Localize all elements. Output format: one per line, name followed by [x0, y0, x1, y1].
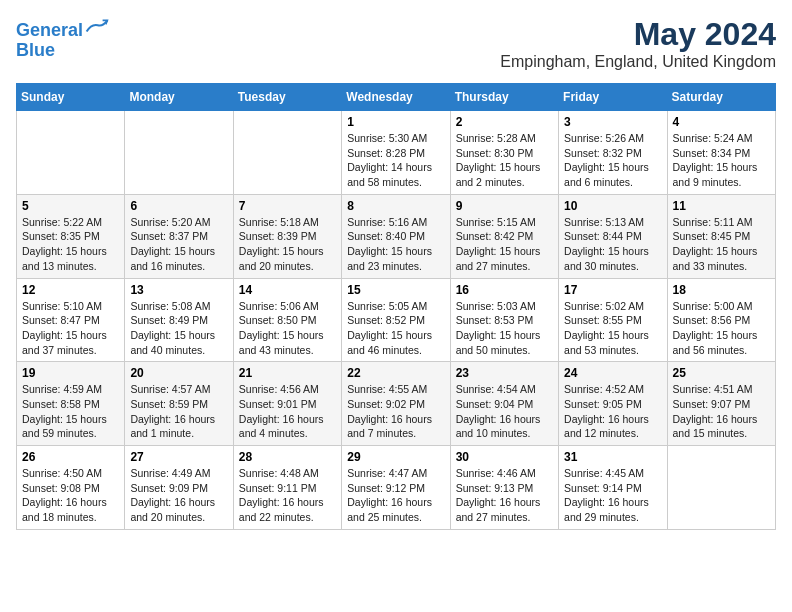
week-row-3: 12Sunrise: 5:10 AMSunset: 8:47 PMDayligh…	[17, 278, 776, 362]
day-info: Sunrise: 5:26 AMSunset: 8:32 PMDaylight:…	[564, 131, 661, 190]
calendar-cell: 31Sunrise: 4:45 AMSunset: 9:14 PMDayligh…	[559, 446, 667, 530]
week-row-4: 19Sunrise: 4:59 AMSunset: 8:58 PMDayligh…	[17, 362, 776, 446]
calendar-cell: 18Sunrise: 5:00 AMSunset: 8:56 PMDayligh…	[667, 278, 775, 362]
day-number: 4	[673, 115, 770, 129]
calendar-cell: 21Sunrise: 4:56 AMSunset: 9:01 PMDayligh…	[233, 362, 341, 446]
header-saturday: Saturday	[667, 84, 775, 111]
calendar-cell: 23Sunrise: 4:54 AMSunset: 9:04 PMDayligh…	[450, 362, 558, 446]
day-number: 11	[673, 199, 770, 213]
day-number: 26	[22, 450, 119, 464]
day-number: 21	[239, 366, 336, 380]
calendar-subtitle: Empingham, England, United Kingdom	[500, 53, 776, 71]
calendar-cell: 29Sunrise: 4:47 AMSunset: 9:12 PMDayligh…	[342, 446, 450, 530]
calendar-cell: 28Sunrise: 4:48 AMSunset: 9:11 PMDayligh…	[233, 446, 341, 530]
day-number: 25	[673, 366, 770, 380]
calendar-table: SundayMondayTuesdayWednesdayThursdayFrid…	[16, 83, 776, 530]
day-info: Sunrise: 5:20 AMSunset: 8:37 PMDaylight:…	[130, 215, 227, 274]
day-info: Sunrise: 4:59 AMSunset: 8:58 PMDaylight:…	[22, 382, 119, 441]
day-number: 10	[564, 199, 661, 213]
week-row-1: 1Sunrise: 5:30 AMSunset: 8:28 PMDaylight…	[17, 111, 776, 195]
day-info: Sunrise: 5:11 AMSunset: 8:45 PMDaylight:…	[673, 215, 770, 274]
calendar-header-row: SundayMondayTuesdayWednesdayThursdayFrid…	[17, 84, 776, 111]
header-thursday: Thursday	[450, 84, 558, 111]
calendar-cell: 25Sunrise: 4:51 AMSunset: 9:07 PMDayligh…	[667, 362, 775, 446]
day-number: 24	[564, 366, 661, 380]
day-number: 2	[456, 115, 553, 129]
day-info: Sunrise: 4:51 AMSunset: 9:07 PMDaylight:…	[673, 382, 770, 441]
calendar-cell: 30Sunrise: 4:46 AMSunset: 9:13 PMDayligh…	[450, 446, 558, 530]
calendar-cell: 9Sunrise: 5:15 AMSunset: 8:42 PMDaylight…	[450, 194, 558, 278]
day-number: 1	[347, 115, 444, 129]
calendar-cell: 20Sunrise: 4:57 AMSunset: 8:59 PMDayligh…	[125, 362, 233, 446]
logo-text: General Blue	[16, 16, 109, 61]
day-number: 14	[239, 283, 336, 297]
day-number: 31	[564, 450, 661, 464]
day-number: 3	[564, 115, 661, 129]
day-number: 28	[239, 450, 336, 464]
day-info: Sunrise: 5:18 AMSunset: 8:39 PMDaylight:…	[239, 215, 336, 274]
calendar-cell: 26Sunrise: 4:50 AMSunset: 9:08 PMDayligh…	[17, 446, 125, 530]
day-info: Sunrise: 4:52 AMSunset: 9:05 PMDaylight:…	[564, 382, 661, 441]
day-info: Sunrise: 4:55 AMSunset: 9:02 PMDaylight:…	[347, 382, 444, 441]
calendar-cell: 8Sunrise: 5:16 AMSunset: 8:40 PMDaylight…	[342, 194, 450, 278]
day-info: Sunrise: 5:28 AMSunset: 8:30 PMDaylight:…	[456, 131, 553, 190]
day-info: Sunrise: 5:05 AMSunset: 8:52 PMDaylight:…	[347, 299, 444, 358]
day-info: Sunrise: 5:13 AMSunset: 8:44 PMDaylight:…	[564, 215, 661, 274]
day-number: 16	[456, 283, 553, 297]
day-info: Sunrise: 5:02 AMSunset: 8:55 PMDaylight:…	[564, 299, 661, 358]
calendar-cell: 7Sunrise: 5:18 AMSunset: 8:39 PMDaylight…	[233, 194, 341, 278]
day-info: Sunrise: 4:48 AMSunset: 9:11 PMDaylight:…	[239, 466, 336, 525]
day-info: Sunrise: 4:47 AMSunset: 9:12 PMDaylight:…	[347, 466, 444, 525]
day-info: Sunrise: 5:08 AMSunset: 8:49 PMDaylight:…	[130, 299, 227, 358]
day-info: Sunrise: 4:49 AMSunset: 9:09 PMDaylight:…	[130, 466, 227, 525]
day-number: 17	[564, 283, 661, 297]
calendar-cell	[125, 111, 233, 195]
calendar-cell	[233, 111, 341, 195]
day-info: Sunrise: 5:15 AMSunset: 8:42 PMDaylight:…	[456, 215, 553, 274]
day-number: 23	[456, 366, 553, 380]
day-number: 12	[22, 283, 119, 297]
calendar-cell: 3Sunrise: 5:26 AMSunset: 8:32 PMDaylight…	[559, 111, 667, 195]
day-number: 5	[22, 199, 119, 213]
day-info: Sunrise: 5:30 AMSunset: 8:28 PMDaylight:…	[347, 131, 444, 190]
calendar-cell: 6Sunrise: 5:20 AMSunset: 8:37 PMDaylight…	[125, 194, 233, 278]
calendar-cell: 14Sunrise: 5:06 AMSunset: 8:50 PMDayligh…	[233, 278, 341, 362]
day-number: 19	[22, 366, 119, 380]
calendar-cell: 12Sunrise: 5:10 AMSunset: 8:47 PMDayligh…	[17, 278, 125, 362]
day-info: Sunrise: 5:06 AMSunset: 8:50 PMDaylight:…	[239, 299, 336, 358]
day-number: 7	[239, 199, 336, 213]
calendar-cell: 2Sunrise: 5:28 AMSunset: 8:30 PMDaylight…	[450, 111, 558, 195]
day-number: 6	[130, 199, 227, 213]
calendar-cell	[17, 111, 125, 195]
week-row-2: 5Sunrise: 5:22 AMSunset: 8:35 PMDaylight…	[17, 194, 776, 278]
day-number: 29	[347, 450, 444, 464]
day-info: Sunrise: 5:24 AMSunset: 8:34 PMDaylight:…	[673, 131, 770, 190]
day-number: 30	[456, 450, 553, 464]
header-monday: Monday	[125, 84, 233, 111]
week-row-5: 26Sunrise: 4:50 AMSunset: 9:08 PMDayligh…	[17, 446, 776, 530]
calendar-cell: 16Sunrise: 5:03 AMSunset: 8:53 PMDayligh…	[450, 278, 558, 362]
logo: General Blue	[16, 16, 109, 61]
calendar-cell: 1Sunrise: 5:30 AMSunset: 8:28 PMDaylight…	[342, 111, 450, 195]
calendar-cell: 17Sunrise: 5:02 AMSunset: 8:55 PMDayligh…	[559, 278, 667, 362]
day-number: 22	[347, 366, 444, 380]
header-sunday: Sunday	[17, 84, 125, 111]
calendar-cell: 27Sunrise: 4:49 AMSunset: 9:09 PMDayligh…	[125, 446, 233, 530]
day-info: Sunrise: 5:22 AMSunset: 8:35 PMDaylight:…	[22, 215, 119, 274]
day-info: Sunrise: 5:10 AMSunset: 8:47 PMDaylight:…	[22, 299, 119, 358]
header-wednesday: Wednesday	[342, 84, 450, 111]
day-info: Sunrise: 5:03 AMSunset: 8:53 PMDaylight:…	[456, 299, 553, 358]
title-section: May 2024 Empingham, England, United King…	[500, 16, 776, 71]
day-info: Sunrise: 4:57 AMSunset: 8:59 PMDaylight:…	[130, 382, 227, 441]
day-info: Sunrise: 5:16 AMSunset: 8:40 PMDaylight:…	[347, 215, 444, 274]
calendar-cell: 24Sunrise: 4:52 AMSunset: 9:05 PMDayligh…	[559, 362, 667, 446]
day-info: Sunrise: 5:00 AMSunset: 8:56 PMDaylight:…	[673, 299, 770, 358]
day-info: Sunrise: 4:46 AMSunset: 9:13 PMDaylight:…	[456, 466, 553, 525]
day-info: Sunrise: 4:50 AMSunset: 9:08 PMDaylight:…	[22, 466, 119, 525]
day-number: 20	[130, 366, 227, 380]
logo-bird-icon	[85, 16, 109, 36]
calendar-cell: 4Sunrise: 5:24 AMSunset: 8:34 PMDaylight…	[667, 111, 775, 195]
calendar-cell: 13Sunrise: 5:08 AMSunset: 8:49 PMDayligh…	[125, 278, 233, 362]
calendar-cell: 19Sunrise: 4:59 AMSunset: 8:58 PMDayligh…	[17, 362, 125, 446]
day-info: Sunrise: 4:54 AMSunset: 9:04 PMDaylight:…	[456, 382, 553, 441]
